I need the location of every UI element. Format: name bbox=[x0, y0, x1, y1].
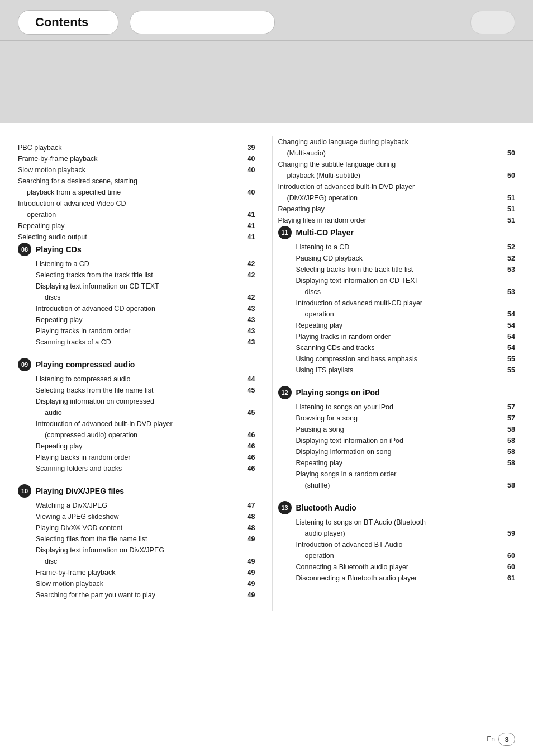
list-item: Playing tracks in random order 54 bbox=[296, 331, 516, 342]
item-text: Changing audio language during playback bbox=[278, 136, 516, 148]
item-text: Selecting files from the file name list bbox=[36, 533, 244, 545]
list-item: Using ITS playlists 55 bbox=[296, 365, 516, 376]
item-text: Displaying text information on iPod bbox=[296, 435, 505, 446]
item-text: discs bbox=[305, 286, 505, 297]
item-text: Repeating play bbox=[296, 320, 505, 331]
item-text: Playing songs in a random order bbox=[296, 469, 516, 480]
item-page: 41 bbox=[248, 231, 255, 243]
list-item: discs 42 bbox=[45, 292, 255, 303]
section: 08 Playing CDs Listening to a CD 42 Sele… bbox=[18, 243, 255, 348]
item-page: 60 bbox=[507, 561, 515, 573]
item-page: 59 bbox=[507, 528, 515, 539]
item-page: 43 bbox=[248, 325, 255, 337]
section-title: Bluetooth Audio bbox=[296, 503, 356, 512]
item-text: Displaying text information on CD TEXT bbox=[36, 281, 255, 292]
item-text: Selecting tracks from the track title li… bbox=[36, 270, 244, 281]
list-item: PBC playback 39 bbox=[18, 142, 255, 153]
list-item: operation 60 bbox=[305, 550, 516, 561]
item-text: Repeating play bbox=[36, 441, 244, 452]
list-item: Selecting tracks from the track title li… bbox=[36, 270, 255, 281]
list-item: Repeating play 41 bbox=[18, 220, 255, 231]
item-text: Listening to a CD bbox=[296, 242, 505, 253]
item-text: Listening to songs on BT Audio (Bluetoot… bbox=[296, 517, 516, 528]
item-page: 58 bbox=[507, 480, 515, 491]
item-page: 54 bbox=[507, 331, 515, 342]
list-item: audio player) 59 bbox=[305, 528, 516, 539]
item-text: Introduction of advanced BT Audio bbox=[296, 539, 516, 550]
item-text: Listening to compressed audio bbox=[36, 374, 244, 385]
list-item: Playing songs in a random order bbox=[296, 469, 516, 480]
item-page: 48 bbox=[248, 511, 255, 522]
item-page: 55 bbox=[507, 353, 515, 365]
list-item: Repeating play 58 bbox=[296, 457, 516, 469]
item-page: 53 bbox=[507, 286, 515, 297]
list-item: Watching a DivX/JPEG 47 bbox=[36, 500, 255, 511]
item-text: Displaying text information on CD TEXT bbox=[296, 275, 516, 286]
item-page: 49 bbox=[248, 567, 255, 578]
item-text: Scanning tracks of a CD bbox=[36, 337, 244, 348]
item-page: 44 bbox=[248, 374, 255, 385]
item-text: Slow motion playback bbox=[36, 578, 244, 589]
item-text: operation bbox=[305, 309, 505, 320]
section: 13 Bluetooth Audio Listening to songs on… bbox=[278, 501, 516, 584]
header-tab2 bbox=[470, 11, 515, 34]
item-text: discs bbox=[45, 292, 244, 303]
section-header: 09 Playing compressed audio bbox=[18, 358, 255, 371]
item-page: 54 bbox=[507, 309, 515, 320]
section-title: Playing CDs bbox=[36, 245, 82, 254]
list-item: (DivX/JPEG) operation 51 bbox=[287, 192, 516, 204]
item-page: 50 bbox=[507, 170, 515, 181]
list-item: Scanning CDs and tracks 54 bbox=[296, 342, 516, 353]
section-items: Listening to songs on your iPod 57 Brows… bbox=[296, 401, 516, 491]
section-items: Watching a DivX/JPEG 47 Viewing a JPEG s… bbox=[36, 500, 255, 601]
item-page: 45 bbox=[248, 407, 255, 418]
item-text: PBC playback bbox=[18, 142, 244, 153]
item-text: Introduction of advanced built-in DVD pl… bbox=[36, 418, 255, 429]
item-page: 52 bbox=[507, 253, 515, 264]
item-page: 60 bbox=[507, 550, 515, 561]
item-page: 50 bbox=[507, 148, 515, 159]
list-item: disc 49 bbox=[45, 556, 255, 567]
section-header: 12 Playing songs on iPod bbox=[278, 386, 516, 399]
list-item: Slow motion playback 40 bbox=[18, 164, 255, 176]
list-item: Disconnecting a Bluetooth audio player 6… bbox=[296, 573, 516, 584]
list-item: Introduction of advanced BT Audio bbox=[296, 539, 516, 550]
list-item: Listening to compressed audio 44 bbox=[36, 374, 255, 385]
item-page: 46 bbox=[248, 429, 255, 441]
footer: En 3 bbox=[487, 733, 515, 746]
item-text: Using compression and bass emphasis bbox=[296, 353, 505, 365]
item-page: 40 bbox=[248, 187, 255, 198]
list-item: operation 54 bbox=[305, 309, 516, 320]
item-text: Displaying information on song bbox=[296, 446, 505, 457]
contents-title: Contents bbox=[18, 10, 118, 35]
footer-en-label: En bbox=[487, 735, 495, 743]
item-text: Listening to songs on your iPod bbox=[296, 401, 505, 413]
item-page: 51 bbox=[507, 204, 515, 215]
item-text: Scanning CDs and tracks bbox=[296, 342, 505, 353]
list-item: Changing the subtitle language during bbox=[278, 159, 516, 170]
item-page: 57 bbox=[507, 401, 515, 413]
list-item: Listening to a CD 42 bbox=[36, 258, 255, 270]
list-item: Selecting audio output 41 bbox=[18, 231, 255, 243]
item-text: Selecting tracks from the file name list bbox=[36, 385, 244, 396]
section: 10 Playing DivX/JPEG files Watching a Di… bbox=[18, 484, 255, 601]
item-text: Introduction of advanced Video CD bbox=[18, 198, 255, 209]
list-item: Connecting a Bluetooth audio player 60 bbox=[296, 561, 516, 573]
section-items: Listening to a CD 42 Selecting tracks fr… bbox=[36, 258, 255, 348]
item-text: Scanning folders and tracks bbox=[36, 463, 244, 474]
list-item: playback from a specified time 40 bbox=[27, 187, 255, 198]
list-item: operation 41 bbox=[27, 209, 255, 220]
section-items: Listening to songs on BT Audio (Bluetoot… bbox=[296, 517, 516, 584]
item-page: 41 bbox=[248, 220, 255, 231]
item-text: Introduction of advanced multi-CD player bbox=[296, 297, 516, 309]
list-item: Selecting tracks from the track title li… bbox=[296, 264, 516, 275]
list-item: Using compression and bass emphasis 55 bbox=[296, 353, 516, 365]
item-text: Frame-by-frame playback bbox=[18, 153, 244, 164]
section-title: Playing DivX/JPEG files bbox=[36, 486, 124, 495]
item-page: 58 bbox=[507, 457, 515, 469]
list-item: Playing tracks in random order 43 bbox=[36, 325, 255, 337]
item-text: Frame-by-frame playback bbox=[36, 567, 244, 578]
item-page: 49 bbox=[248, 533, 255, 545]
item-text: Repeating play bbox=[18, 220, 244, 231]
list-item: Introduction of advanced CD operation 43 bbox=[36, 303, 255, 314]
